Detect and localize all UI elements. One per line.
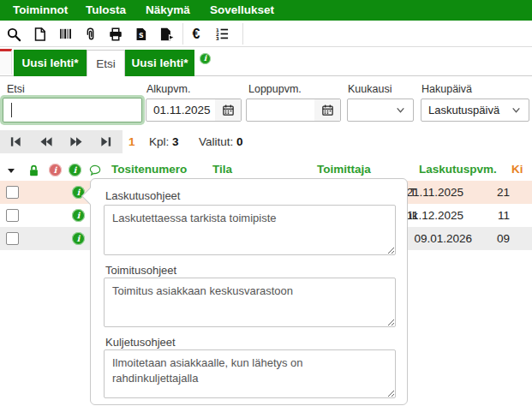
search-date-select-value: Laskutuspäivä	[428, 104, 499, 116]
info-column-icon[interactable]	[69, 164, 81, 176]
alkupvm-label: Alkupvm.	[146, 83, 190, 95]
chevron-down-icon	[395, 104, 406, 116]
etsi-label: Etsi	[7, 83, 25, 95]
selected-count: Valitut: 0	[199, 130, 243, 153]
month-select[interactable]	[347, 99, 414, 122]
search-icon[interactable]	[3, 23, 25, 45]
laskutuspvm-cell: 21.11.2025	[402, 181, 463, 204]
laskutusohjeet-label: Laskutusohjeet	[105, 189, 180, 202]
row-checkbox[interactable]	[6, 186, 19, 199]
menu-nakyma[interactable]: Näkymä	[146, 0, 190, 21]
end-date-field	[246, 99, 341, 122]
row-info-icon[interactable]	[72, 209, 85, 222]
row-count: Kpl: 3	[149, 130, 179, 153]
kuukausi-label: Kuukausi	[348, 83, 392, 95]
document-invoice-icon[interactable]: S	[129, 23, 152, 45]
toolbar-separator	[182, 23, 183, 45]
calendar-icon[interactable]	[314, 99, 340, 121]
toimitusohjeet-label: Toimitusohjeet	[105, 264, 176, 277]
kuljetusohjeet-label: Kuljetusohjeet	[105, 336, 176, 349]
column-tositenumero[interactable]: Tositenumero	[111, 163, 187, 176]
chevron-down-icon	[511, 104, 522, 116]
info-icon[interactable]	[200, 53, 211, 64]
ki-cell: 09	[480, 227, 510, 250]
laskutusohjeet-textarea[interactable]: Laskutettaessa tarkista toimipiste	[104, 205, 396, 255]
kuljetusohjeet-textarea[interactable]: Ilmoitetaan asiakkaalle, kun lähetys on …	[104, 349, 396, 398]
loppupvm-label: Loppupvm.	[248, 83, 302, 95]
toimitusohjeet-textarea[interactable]: Toimitus asiakkaan keskusvarastoon	[104, 278, 396, 327]
hakupaiva-label: Hakupäivä	[421, 83, 472, 95]
next-page-button[interactable]	[61, 130, 91, 153]
prev-page-button[interactable]	[31, 130, 61, 153]
menu-toiminnot[interactable]: Toiminnot	[13, 0, 68, 21]
print-icon[interactable]	[105, 23, 127, 45]
icon-toolbar: S € 123	[0, 21, 532, 47]
search-input[interactable]	[3, 98, 142, 122]
first-page-button[interactable]	[1, 130, 31, 153]
new-document-icon[interactable]	[28, 23, 51, 45]
laskutuspvm-cell: 11.12.2025	[402, 204, 463, 227]
attachment-icon[interactable]	[79, 23, 101, 45]
column-toimittaja[interactable]: Toimittaja	[317, 163, 371, 176]
row-checkbox[interactable]	[6, 232, 19, 245]
menu-sovellukset[interactable]: Sovellukset	[210, 0, 274, 21]
svg-text:3: 3	[216, 36, 219, 41]
tab-bar: Uusi lehti* Etsi Uusi lehti*	[0, 47, 532, 76]
tab-scroll-stub	[0, 49, 12, 75]
column-laskutuspvm[interactable]: Laskutuspvm.	[419, 163, 497, 176]
euro-icon[interactable]: €	[185, 23, 207, 45]
menu-bar: Toiminnot Tulosta Näkymä Sovellukset	[0, 0, 532, 21]
toolbar-separator	[242, 23, 243, 45]
barcode-icon[interactable]	[54, 23, 76, 45]
tab-etsi[interactable]: Etsi	[87, 50, 125, 76]
start-date-value[interactable]: 01.11.2025	[146, 99, 215, 121]
row-count-value: 3	[172, 135, 179, 148]
text-cursor	[11, 103, 12, 117]
search-date-select[interactable]: Laskutuspäivä	[421, 99, 529, 122]
instructions-popup: Laskutusohjeet Laskutettaessa tarkista t…	[90, 178, 408, 405]
application-window: Toiminnot Tulosta Näkymä Sovellukset S €	[0, 0, 532, 418]
laskutuspvm-cell: 09.01.2026	[410, 227, 472, 250]
column-tila[interactable]: Tila	[212, 163, 232, 176]
tab-uusi-lehti-1[interactable]: Uusi lehti*	[14, 50, 87, 76]
page-number[interactable]: 1	[129, 130, 135, 153]
ki-cell: 11	[480, 204, 510, 227]
select-all-dropdown-icon[interactable]	[8, 169, 15, 173]
lock-icon[interactable]	[27, 164, 40, 181]
ki-cell: 21	[480, 181, 510, 204]
start-date-field: 01.11.2025	[146, 99, 242, 122]
svg-text:S: S	[139, 31, 144, 39]
menu-tulosta[interactable]: Tulosta	[86, 0, 126, 21]
pager	[0, 130, 123, 153]
calendar-icon[interactable]	[215, 99, 241, 121]
tab-uusi-lehti-2[interactable]: Uusi lehti*	[125, 50, 194, 76]
numbered-list-icon[interactable]: 123	[211, 23, 233, 45]
end-date-value[interactable]	[247, 99, 314, 121]
last-page-button[interactable]	[91, 130, 121, 153]
selected-count-value: 0	[236, 135, 243, 148]
row-checkbox[interactable]	[6, 209, 19, 222]
row-info-icon[interactable]	[72, 232, 85, 245]
column-ki[interactable]: Ki	[511, 163, 523, 176]
row-count-label: Kpl:	[149, 135, 169, 148]
selected-count-label: Valitut:	[199, 135, 233, 148]
alert-info-icon[interactable]	[49, 164, 62, 176]
document-export-icon[interactable]	[155, 23, 177, 45]
search-field-wrap	[3, 98, 142, 122]
